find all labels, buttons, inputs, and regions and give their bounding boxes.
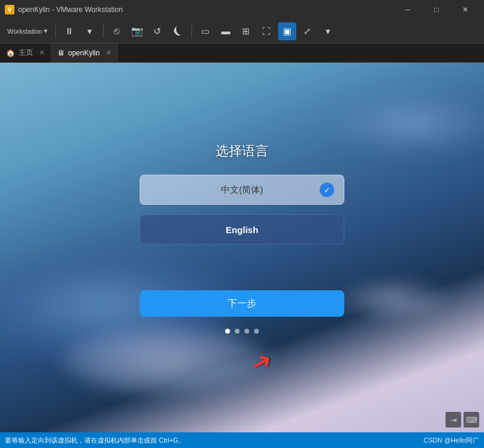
toolbar-separator-1 xyxy=(55,25,56,38)
vm-area[interactable]: 选择语言 中文(简体) ✓ English 下一步 ➜ ⇥ ⌨ xyxy=(0,63,484,432)
chinese-checkmark: ✓ xyxy=(320,182,334,197)
fullscreen-button[interactable]: ⤢ xyxy=(299,22,317,40)
workstation-label: Workstation xyxy=(7,28,42,35)
stretch-button[interactable]: ⛶ xyxy=(258,22,276,40)
vm-bottom-icons: ⇥ ⌨ xyxy=(445,412,479,428)
keyboard-icon[interactable]: ⌨ xyxy=(464,412,479,428)
dot-3 xyxy=(244,329,249,334)
snapshot-button[interactable]: 📷 xyxy=(128,22,146,40)
close-button[interactable]: ✕ xyxy=(451,0,479,19)
toolbar: Workstation ▾ ⏸ ▾ ⎋ 📷 ↺ ⏾ ▭ ▬ ⊞ ⛶ ▣ ⤢ ▾ xyxy=(0,19,484,43)
dialog-title: 选择语言 xyxy=(216,142,268,160)
pause-dropdown[interactable]: ▾ xyxy=(81,22,99,40)
openkylin-tab-label: openKylin xyxy=(68,49,100,57)
tab-home[interactable]: 🏠 主页 ✕ xyxy=(0,43,51,63)
openkylin-tab-close[interactable]: ✕ xyxy=(106,49,111,57)
window-controls: ─ □ ✕ xyxy=(394,0,479,19)
toolbar-separator-2 xyxy=(103,25,104,38)
console-button[interactable]: ▣ xyxy=(278,22,296,40)
cloud-decoration-2 xyxy=(60,324,271,396)
send-ctrlaltdel-button[interactable]: ⎋ xyxy=(108,22,126,40)
toolbar-separator-3 xyxy=(191,25,192,38)
next-button[interactable]: 下一步 xyxy=(140,290,344,317)
language-option-english[interactable]: English xyxy=(140,214,344,244)
fullscreen-dropdown[interactable]: ▾ xyxy=(319,22,337,40)
dropdown-icon: ▾ xyxy=(44,27,48,35)
home-tab-close[interactable]: ✕ xyxy=(39,49,45,57)
pause-button[interactable]: ⏸ xyxy=(60,22,78,40)
watermark: CSDN @Hello阿广 xyxy=(424,436,479,445)
status-hint: 要将输入定向到该虚拟机，请在虚拟机内部单击或按 Ctrl+G。 xyxy=(5,436,419,445)
english-label: English xyxy=(226,225,258,235)
titlebar: V openKylin - VMware Workstation ─ □ ✕ xyxy=(0,0,484,19)
split-view-button[interactable]: ▭ xyxy=(196,22,214,40)
dot-1 xyxy=(225,329,230,334)
workstation-button[interactable]: Workstation ▾ xyxy=(4,22,51,40)
revert-button[interactable]: ↺ xyxy=(149,22,167,40)
app-icon: V xyxy=(5,5,14,14)
language-option-chinese[interactable]: 中文(简体) ✓ xyxy=(140,175,344,205)
home-tab-icon: 🏠 xyxy=(6,49,15,57)
title-text: openKylin - VMware Workstation xyxy=(18,5,394,14)
maximize-button[interactable]: □ xyxy=(423,0,450,19)
tabbar: 🏠 主页 ✕ 🖥 openKylin ✕ xyxy=(0,43,484,63)
chinese-label: 中文(简体) xyxy=(221,184,263,196)
multi-view-button[interactable]: ⊞ xyxy=(237,22,255,40)
tab-openkylin[interactable]: 🖥 openKylin ✕ xyxy=(51,43,118,63)
statusbar: 要将输入定向到该虚拟机，请在虚拟机内部单击或按 Ctrl+G。 CSDN @He… xyxy=(0,432,484,448)
exit-vm-icon[interactable]: ⇥ xyxy=(445,412,461,428)
single-view-button[interactable]: ▬ xyxy=(217,22,235,40)
minimize-button[interactable]: ─ xyxy=(394,0,421,19)
home-tab-label: 主页 xyxy=(19,48,33,58)
dot-4 xyxy=(254,329,259,334)
dot-2 xyxy=(235,329,240,334)
page-dots xyxy=(225,329,259,334)
suspend-button[interactable]: ⏾ xyxy=(169,22,187,40)
language-dialog: 选择语言 中文(简体) ✓ English 下一步 xyxy=(128,142,356,334)
openkylin-tab-icon: 🖥 xyxy=(57,49,64,57)
